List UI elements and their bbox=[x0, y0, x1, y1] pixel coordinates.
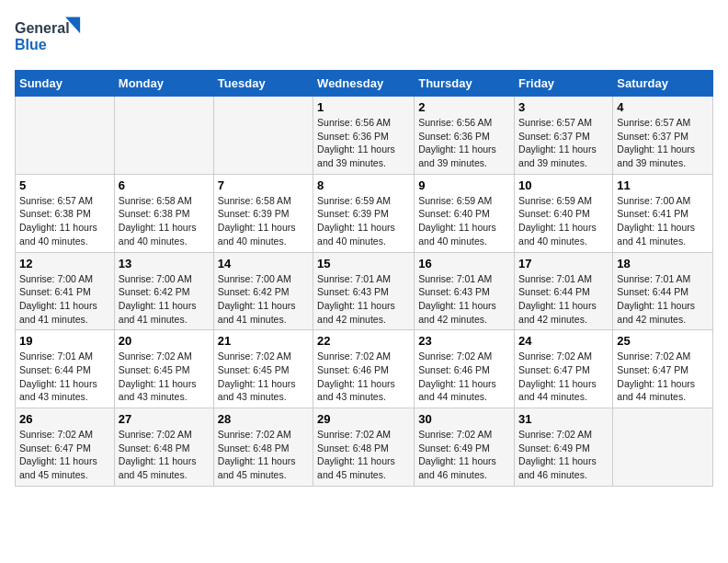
page-header: General Blue bbox=[15, 15, 713, 59]
day-info: Sunrise: 6:59 AMSunset: 6:40 PMDaylight:… bbox=[518, 194, 609, 248]
day-info: Sunrise: 7:02 AMSunset: 6:47 PMDaylight:… bbox=[617, 350, 709, 404]
calendar-cell: 25Sunrise: 7:02 AMSunset: 6:47 PMDayligh… bbox=[613, 330, 713, 408]
calendar-cell bbox=[16, 97, 115, 175]
day-header-wednesday: Wednesday bbox=[313, 71, 415, 97]
day-number: 4 bbox=[617, 100, 709, 114]
calendar-cell: 2Sunrise: 6:56 AMSunset: 6:36 PMDaylight… bbox=[415, 97, 515, 175]
day-number: 1 bbox=[317, 100, 410, 114]
day-number: 7 bbox=[218, 178, 309, 192]
calendar-cell: 3Sunrise: 6:57 AMSunset: 6:37 PMDaylight… bbox=[515, 97, 613, 175]
day-number: 21 bbox=[218, 334, 309, 348]
calendar-cell: 12Sunrise: 7:00 AMSunset: 6:41 PMDayligh… bbox=[16, 252, 115, 330]
day-number: 23 bbox=[418, 334, 510, 348]
day-number: 30 bbox=[418, 412, 510, 426]
day-number: 5 bbox=[19, 178, 110, 192]
day-info: Sunrise: 7:01 AMSunset: 6:44 PMDaylight:… bbox=[19, 350, 110, 404]
day-info: Sunrise: 6:58 AMSunset: 6:39 PMDaylight:… bbox=[218, 194, 309, 248]
calendar-cell: 11Sunrise: 7:00 AMSunset: 6:41 PMDayligh… bbox=[613, 174, 713, 252]
day-info: Sunrise: 6:59 AMSunset: 6:39 PMDaylight:… bbox=[317, 194, 410, 248]
calendar-cell bbox=[114, 97, 213, 175]
week-row-1: 1Sunrise: 6:56 AMSunset: 6:36 PMDaylight… bbox=[16, 97, 713, 175]
calendar-cell: 7Sunrise: 6:58 AMSunset: 6:39 PMDaylight… bbox=[213, 174, 313, 252]
week-row-4: 19Sunrise: 7:01 AMSunset: 6:44 PMDayligh… bbox=[16, 330, 713, 408]
day-number: 31 bbox=[518, 412, 609, 426]
calendar-cell: 4Sunrise: 6:57 AMSunset: 6:37 PMDaylight… bbox=[613, 97, 713, 175]
calendar-cell: 22Sunrise: 7:02 AMSunset: 6:46 PMDayligh… bbox=[313, 330, 415, 408]
day-info: Sunrise: 6:58 AMSunset: 6:38 PMDaylight:… bbox=[119, 194, 210, 248]
calendar-cell: 10Sunrise: 6:59 AMSunset: 6:40 PMDayligh… bbox=[515, 174, 613, 252]
day-info: Sunrise: 7:02 AMSunset: 6:46 PMDaylight:… bbox=[317, 350, 410, 404]
day-number: 29 bbox=[317, 412, 410, 426]
day-info: Sunrise: 7:00 AMSunset: 6:41 PMDaylight:… bbox=[19, 272, 110, 327]
day-info: Sunrise: 6:57 AMSunset: 6:37 PMDaylight:… bbox=[617, 116, 709, 170]
day-number: 6 bbox=[119, 178, 210, 192]
day-info: Sunrise: 7:00 AMSunset: 6:42 PMDaylight:… bbox=[218, 272, 309, 327]
day-number: 26 bbox=[19, 412, 110, 426]
calendar-cell: 16Sunrise: 7:01 AMSunset: 6:43 PMDayligh… bbox=[415, 252, 515, 330]
day-info: Sunrise: 7:02 AMSunset: 6:45 PMDaylight:… bbox=[218, 350, 309, 404]
day-info: Sunrise: 7:02 AMSunset: 6:49 PMDaylight:… bbox=[518, 428, 609, 482]
calendar-cell: 13Sunrise: 7:00 AMSunset: 6:42 PMDayligh… bbox=[114, 252, 213, 330]
calendar-cell: 27Sunrise: 7:02 AMSunset: 6:48 PMDayligh… bbox=[114, 408, 213, 487]
day-number: 27 bbox=[119, 412, 210, 426]
day-number: 10 bbox=[518, 178, 609, 192]
day-info: Sunrise: 7:00 AMSunset: 6:41 PMDaylight:… bbox=[617, 194, 709, 248]
calendar-cell: 24Sunrise: 7:02 AMSunset: 6:47 PMDayligh… bbox=[515, 330, 613, 408]
calendar-cell: 28Sunrise: 7:02 AMSunset: 6:48 PMDayligh… bbox=[213, 408, 313, 487]
week-row-3: 12Sunrise: 7:00 AMSunset: 6:41 PMDayligh… bbox=[16, 252, 713, 330]
day-info: Sunrise: 6:56 AMSunset: 6:36 PMDaylight:… bbox=[418, 116, 510, 170]
calendar-cell: 15Sunrise: 7:01 AMSunset: 6:43 PMDayligh… bbox=[313, 252, 415, 330]
calendar-cell: 31Sunrise: 7:02 AMSunset: 6:49 PMDayligh… bbox=[515, 408, 613, 487]
logo: General Blue bbox=[15, 15, 88, 59]
calendar-cell: 17Sunrise: 7:01 AMSunset: 6:44 PMDayligh… bbox=[515, 252, 613, 330]
day-number: 15 bbox=[317, 257, 410, 270]
day-number: 18 bbox=[617, 257, 709, 270]
day-number: 24 bbox=[518, 334, 609, 348]
calendar-cell: 26Sunrise: 7:02 AMSunset: 6:47 PMDayligh… bbox=[16, 408, 115, 487]
day-info: Sunrise: 7:01 AMSunset: 6:43 PMDaylight:… bbox=[418, 272, 510, 327]
day-header-saturday: Saturday bbox=[613, 71, 713, 97]
day-number: 14 bbox=[218, 257, 309, 270]
calendar-cell: 29Sunrise: 7:02 AMSunset: 6:48 PMDayligh… bbox=[313, 408, 415, 487]
day-number: 17 bbox=[518, 257, 609, 270]
day-info: Sunrise: 7:02 AMSunset: 6:47 PMDaylight:… bbox=[19, 428, 110, 482]
svg-text:Blue: Blue bbox=[15, 37, 47, 52]
day-number: 22 bbox=[317, 334, 410, 348]
day-header-sunday: Sunday bbox=[16, 71, 115, 97]
day-number: 12 bbox=[19, 257, 110, 270]
day-number: 19 bbox=[19, 334, 110, 348]
day-info: Sunrise: 6:59 AMSunset: 6:40 PMDaylight:… bbox=[418, 194, 510, 248]
day-number: 11 bbox=[617, 178, 709, 192]
calendar-cell: 6Sunrise: 6:58 AMSunset: 6:38 PMDaylight… bbox=[114, 174, 213, 252]
calendar-table: SundayMondayTuesdayWednesdayThursdayFrid… bbox=[15, 70, 713, 487]
calendar-cell: 23Sunrise: 7:02 AMSunset: 6:46 PMDayligh… bbox=[415, 330, 515, 408]
day-info: Sunrise: 7:01 AMSunset: 6:44 PMDaylight:… bbox=[518, 272, 609, 327]
calendar-cell: 18Sunrise: 7:01 AMSunset: 6:44 PMDayligh… bbox=[613, 252, 713, 330]
day-number: 25 bbox=[617, 334, 709, 348]
day-info: Sunrise: 7:00 AMSunset: 6:42 PMDaylight:… bbox=[119, 272, 210, 327]
week-row-5: 26Sunrise: 7:02 AMSunset: 6:47 PMDayligh… bbox=[16, 408, 713, 487]
day-number: 20 bbox=[119, 334, 210, 348]
day-info: Sunrise: 7:02 AMSunset: 6:45 PMDaylight:… bbox=[119, 350, 210, 404]
calendar-cell: 19Sunrise: 7:01 AMSunset: 6:44 PMDayligh… bbox=[16, 330, 115, 408]
day-info: Sunrise: 7:02 AMSunset: 6:48 PMDaylight:… bbox=[218, 428, 309, 482]
calendar-cell: 14Sunrise: 7:00 AMSunset: 6:42 PMDayligh… bbox=[213, 252, 313, 330]
week-row-2: 5Sunrise: 6:57 AMSunset: 6:38 PMDaylight… bbox=[16, 174, 713, 252]
calendar-cell bbox=[613, 408, 713, 487]
calendar-cell bbox=[213, 97, 313, 175]
calendar-cell: 21Sunrise: 7:02 AMSunset: 6:45 PMDayligh… bbox=[213, 330, 313, 408]
day-number: 9 bbox=[418, 178, 510, 192]
day-info: Sunrise: 7:02 AMSunset: 6:47 PMDaylight:… bbox=[518, 350, 609, 404]
day-info: Sunrise: 7:02 AMSunset: 6:48 PMDaylight:… bbox=[119, 428, 210, 482]
day-info: Sunrise: 7:02 AMSunset: 6:46 PMDaylight:… bbox=[418, 350, 510, 404]
day-info: Sunrise: 7:01 AMSunset: 6:43 PMDaylight:… bbox=[317, 272, 410, 327]
calendar-cell: 5Sunrise: 6:57 AMSunset: 6:38 PMDaylight… bbox=[16, 174, 115, 252]
day-info: Sunrise: 7:02 AMSunset: 6:49 PMDaylight:… bbox=[418, 428, 510, 482]
day-number: 16 bbox=[418, 257, 510, 270]
day-info: Sunrise: 6:57 AMSunset: 6:38 PMDaylight:… bbox=[19, 194, 110, 248]
calendar-cell: 20Sunrise: 7:02 AMSunset: 6:45 PMDayligh… bbox=[114, 330, 213, 408]
svg-text:General: General bbox=[15, 20, 70, 36]
day-number: 3 bbox=[518, 100, 609, 114]
day-info: Sunrise: 6:56 AMSunset: 6:36 PMDaylight:… bbox=[317, 116, 410, 170]
day-number: 28 bbox=[218, 412, 309, 426]
